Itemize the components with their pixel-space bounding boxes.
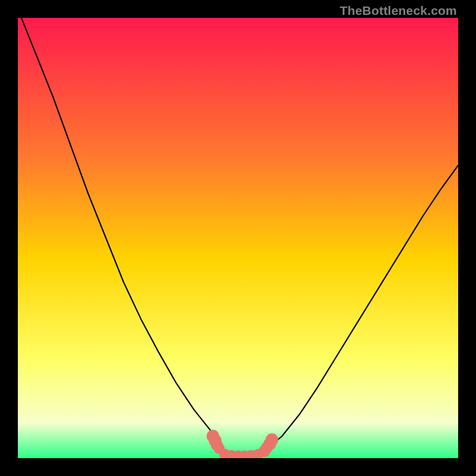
outer-frame: TheBottleneck.com — [0, 0, 476, 476]
attribution-text: TheBottleneck.com — [340, 4, 457, 18]
gradient-background — [18, 18, 458, 458]
plot-area — [18, 18, 458, 458]
valley-marker — [265, 433, 278, 446]
bottleneck-chart — [18, 18, 458, 458]
